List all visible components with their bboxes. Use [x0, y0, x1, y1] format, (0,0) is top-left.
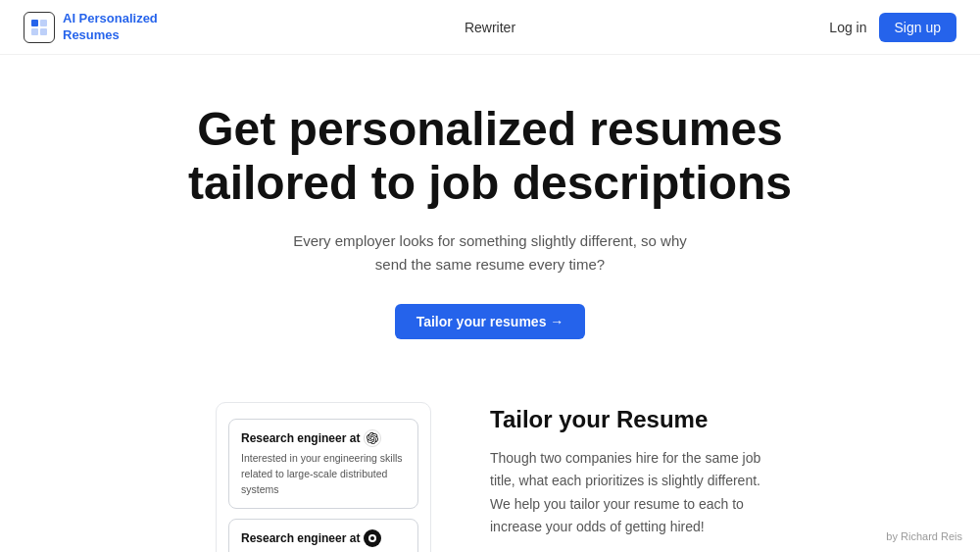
hero-subheadline: Every employer looks for something sligh…: [284, 229, 696, 276]
job-card-1: Research engineer at Interested in your …: [228, 419, 418, 508]
job-card-2-title: Research engineer at: [241, 529, 406, 547]
nav-center: Rewriter: [465, 19, 515, 36]
nav-link-rewriter[interactable]: Rewriter: [465, 20, 515, 35]
feature-text-block: Tailor your Resume Though two companies …: [490, 402, 764, 537]
other-company-icon: [364, 529, 381, 547]
logo-link[interactable]: AI Personalized Resumes: [24, 11, 158, 44]
features-section: Research engineer at Interested in your …: [0, 378, 980, 552]
brand-name-line2: Resumes: [63, 27, 120, 42]
cta-button[interactable]: Tailor your resumes →: [395, 304, 586, 339]
svg-rect-2: [31, 28, 38, 35]
svg-rect-0: [31, 20, 38, 26]
job-card-1-title: Research engineer at: [241, 429, 406, 447]
job-card-2: Research engineer at Interested in your …: [228, 519, 418, 552]
brand-name-line1: AI Personalized: [63, 11, 158, 25]
svg-point-5: [370, 536, 374, 540]
nav-actions: Log in Sign up: [829, 13, 956, 42]
login-button[interactable]: Log in: [829, 20, 866, 35]
job-card-1-desc: Interested in your engineering skills re…: [241, 451, 406, 497]
job-card-1-title-text: Research engineer at: [241, 431, 360, 445]
hero-section: Get personalized resumes tailored to job…: [0, 55, 980, 371]
hero-headline: Get personalized resumes tailored to job…: [176, 102, 804, 210]
svg-rect-1: [40, 20, 47, 26]
logo-icon: [24, 12, 55, 43]
brand-name: AI Personalized Resumes: [63, 11, 158, 44]
job-cards-wrapper: Research engineer at Interested in your …: [216, 402, 431, 552]
openai-icon: [364, 429, 381, 447]
feature-title: Tailor your Resume: [490, 406, 764, 433]
signup-button[interactable]: Sign up: [879, 13, 956, 42]
footer-credit: by Richard Reis: [886, 530, 962, 542]
job-card-2-title-text: Research engineer at: [241, 531, 360, 545]
navbar: AI Personalized Resumes Rewriter Log in …: [0, 0, 980, 55]
svg-rect-3: [40, 28, 47, 35]
feature-description: Though two companies hire for the same j…: [490, 447, 764, 537]
